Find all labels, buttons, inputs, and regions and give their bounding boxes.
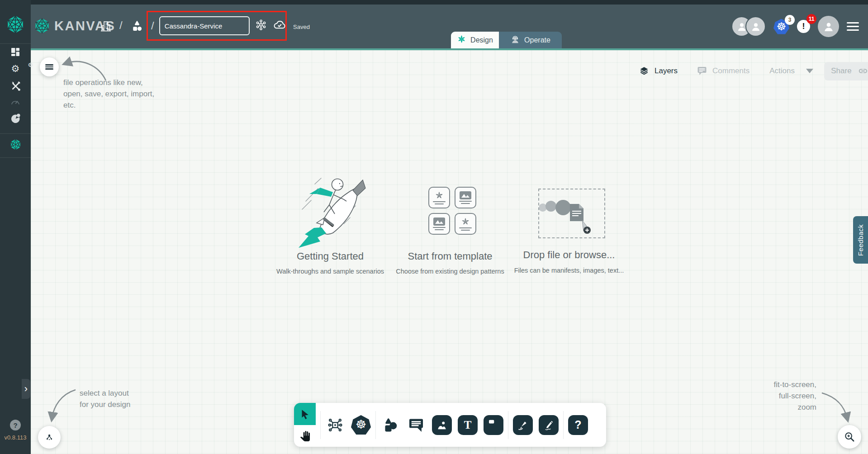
actions-label: Actions bbox=[769, 66, 795, 76]
text-T-icon: T bbox=[464, 419, 472, 431]
comments-icon bbox=[697, 66, 707, 76]
template-tile-swirl bbox=[455, 213, 476, 235]
annotation-arrow-zoom bbox=[816, 387, 855, 425]
layers-toggle[interactable]: Layers bbox=[639, 66, 678, 76]
image-tool[interactable] bbox=[432, 415, 452, 435]
comment-tool[interactable] bbox=[406, 415, 426, 435]
layers-label: Layers bbox=[655, 66, 678, 76]
tab-design[interactable]: Design bbox=[451, 32, 499, 48]
comments-toggle[interactable]: Comments bbox=[697, 66, 749, 76]
share-button[interactable]: Share bbox=[824, 62, 868, 80]
component-icon bbox=[327, 417, 343, 433]
chevron-right-icon: › bbox=[24, 383, 28, 395]
collaborator-avatars[interactable] bbox=[731, 16, 766, 37]
tools-icon bbox=[10, 80, 21, 92]
template-tile-image bbox=[428, 213, 450, 235]
mode-tabs: Design Operate bbox=[451, 32, 562, 48]
dashboard-icon bbox=[10, 47, 21, 57]
sidebar-item-dashboard[interactable] bbox=[0, 47, 31, 57]
kanvas-app: KANVAS / / bbox=[0, 0, 868, 454]
app-version: v0.8.113 bbox=[0, 434, 31, 441]
cloud-saved-icon[interactable] bbox=[272, 18, 287, 34]
layout-cluster-icon bbox=[44, 432, 54, 442]
chevron-down-icon bbox=[806, 69, 813, 73]
component-tools: ☸ bbox=[325, 415, 371, 435]
notification-count: 11 bbox=[806, 14, 816, 24]
window-top-strip bbox=[0, 0, 868, 5]
frame-icon bbox=[487, 418, 500, 432]
kubernetes-context-count: 3 bbox=[785, 15, 795, 25]
shapes-icon bbox=[382, 417, 398, 433]
sidebar-item-catalog[interactable] bbox=[0, 113, 31, 125]
tab-operate-label: Operate bbox=[524, 36, 550, 44]
tab-operate[interactable]: Operate bbox=[499, 32, 562, 48]
draw-tools bbox=[513, 415, 559, 435]
app-header: KANVAS / / bbox=[31, 5, 868, 48]
sketch-tool[interactable] bbox=[539, 415, 559, 435]
feedback-tab[interactable]: Feedback bbox=[853, 216, 868, 264]
frame-tool[interactable] bbox=[484, 415, 503, 435]
drop-file-zone[interactable] bbox=[538, 189, 605, 238]
sidebar-item-performance[interactable] bbox=[0, 97, 31, 108]
kubernetes-context-button[interactable]: ☸ 3 bbox=[773, 19, 789, 34]
app-menu-button[interactable] bbox=[847, 22, 859, 31]
design-swirl-icon bbox=[457, 34, 466, 46]
link-icon bbox=[858, 66, 868, 76]
getting-started-title[interactable]: Getting Started bbox=[297, 251, 364, 262]
rocket-illustration[interactable] bbox=[293, 174, 371, 250]
user-avatar[interactable] bbox=[818, 16, 839, 37]
save-status: Saved bbox=[293, 23, 310, 30]
gears-icon: ⚙⚙ bbox=[11, 63, 20, 74]
getting-started-subtitle: Walk-throughs and sample scenarios bbox=[276, 268, 384, 275]
drop-title[interactable]: Drop file or browse... bbox=[523, 249, 615, 261]
mesh-catalog-icon bbox=[9, 113, 22, 125]
design-pattern-icon[interactable] bbox=[255, 19, 267, 33]
hamburger-icon bbox=[45, 63, 53, 71]
annotation-zoom-controls: fit-to-screen, full-screen, zoom bbox=[774, 379, 816, 413]
toolbar-help-button[interactable]: ? bbox=[568, 415, 588, 435]
share-label: Share bbox=[831, 66, 851, 76]
zoom-controls-button[interactable] bbox=[838, 425, 861, 449]
notifications-button[interactable]: ! 11 bbox=[797, 20, 810, 33]
operate-headset-icon bbox=[510, 34, 520, 46]
comment-icon bbox=[408, 416, 425, 434]
image-icon bbox=[436, 419, 448, 431]
annotation-select-layout: select a layout for your design bbox=[80, 388, 130, 410]
annotation-highlight-box: / bbox=[147, 11, 287, 41]
template-thumbnails[interactable] bbox=[428, 187, 476, 235]
question-icon: ? bbox=[574, 418, 581, 431]
drop-file-illustration bbox=[539, 189, 604, 237]
annotation-arrow-layout bbox=[43, 383, 79, 424]
actions-dropdown[interactable]: Actions bbox=[769, 66, 813, 76]
file-menu-button[interactable] bbox=[40, 57, 59, 76]
layout-selector-button[interactable] bbox=[38, 426, 61, 449]
pan-tool[interactable] bbox=[294, 425, 316, 447]
template-tile-swirl bbox=[428, 187, 450, 208]
canvas-view-controls: Layers Comments Actions Share bbox=[639, 61, 868, 81]
annotation-file-operations: file operations like new, open, save, ex… bbox=[63, 77, 154, 111]
component-tool[interactable] bbox=[325, 415, 345, 435]
organization-icon[interactable] bbox=[100, 20, 112, 34]
sidebar-item-settings[interactable]: ⚙⚙ bbox=[0, 63, 31, 74]
sidebar-expand-button[interactable]: › bbox=[22, 379, 30, 399]
design-name-input[interactable] bbox=[159, 16, 250, 35]
sidebar-item-toolbox[interactable] bbox=[0, 80, 31, 92]
drop-subtitle: Files can be manifests, images, text... bbox=[514, 267, 624, 274]
meshery-logo-icon[interactable] bbox=[0, 14, 31, 34]
magnifier-plus-icon bbox=[844, 431, 855, 443]
text-tool[interactable]: T bbox=[458, 415, 478, 435]
select-tool-active[interactable] bbox=[294, 403, 316, 425]
shapes-tool[interactable] bbox=[380, 415, 400, 435]
hand-icon bbox=[300, 431, 310, 441]
pen-tool[interactable] bbox=[513, 415, 533, 435]
pointer-tools bbox=[294, 403, 316, 447]
help-button[interactable]: ? bbox=[10, 420, 21, 430]
template-title[interactable]: Start from template bbox=[408, 251, 492, 262]
layers-icon bbox=[639, 66, 650, 76]
kubernetes-tool[interactable]: ☸ bbox=[351, 415, 371, 435]
sidebar-item-kanvas-active[interactable] bbox=[0, 138, 31, 151]
cursor-icon bbox=[299, 409, 310, 420]
kanvas-logo-icon bbox=[33, 17, 51, 34]
pen-icon bbox=[517, 419, 529, 431]
workspace-shapes-icon[interactable] bbox=[131, 20, 143, 34]
